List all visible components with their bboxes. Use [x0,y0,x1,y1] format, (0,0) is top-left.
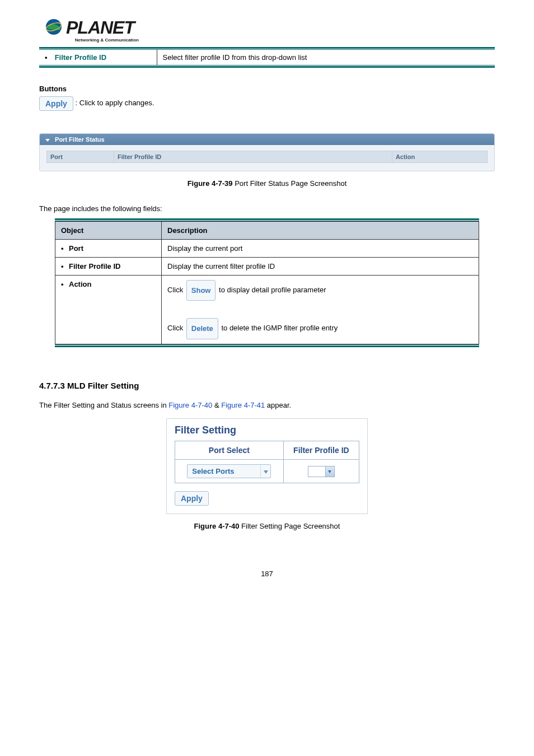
select-ports-dropdown[interactable]: Select Ports [187,464,271,478]
desc-action: Click Show to display detail profile par… [162,276,479,344]
apply-row: Apply : Click to apply changes. [39,96,495,111]
th-filter-profile-id: Filter Profile ID [283,441,359,459]
obj-filter: Filter Profile ID [69,262,120,270]
param-table: • Filter Profile ID Select filter profil… [39,50,495,65]
filter-setting-title: Filter Setting [175,424,359,436]
link-fig40[interactable]: Figure 4-7-40 [168,401,212,409]
chevron-down-icon [45,139,50,142]
chevron-down-icon [260,465,270,478]
th-description: Description [162,222,479,240]
col-filter: Filter Profile ID [114,151,392,163]
fields-intro: The page includes the following fields: [39,204,495,213]
divider [55,344,479,347]
filter-setting-box: Filter Setting Port Select Filter Profil… [166,418,368,514]
desc-port: Display the current port [162,240,479,258]
subsection-heading: 4.7.7.3 MLD Filter Setting [39,381,495,390]
subsection-text: The Filter Setting and Status screens in… [39,400,495,410]
col-port: Port [47,151,114,163]
filter-setting-table: Port Select Filter Profile ID Select Por… [175,441,359,483]
figure-label: Figure 4-7-39 [188,179,233,188]
figure-caption-40: Figure 4-7-40 Filter Setting Page Screen… [39,522,495,530]
brand-tagline: Networking & Communication [39,38,139,43]
link-fig41[interactable]: Figure 4-7-41 [221,401,265,409]
brand-logo: PLANET Networking & Communication [39,17,495,43]
apply-desc: : Click to apply changes. [76,99,154,107]
param-desc: Select filter profile ID from this drop-… [157,50,495,65]
panel-title: Port Filter Status [55,136,105,143]
filter-profile-id-dropdown[interactable] [308,466,335,477]
brand-name: PLANET [66,17,134,38]
col-action: Action [392,151,488,163]
panel-header[interactable]: Port Filter Status [40,134,494,145]
th-port-select: Port Select [175,441,284,459]
apply-button[interactable]: Apply [175,491,209,506]
apply-button[interactable]: Apply [39,96,73,111]
obj-action: Action [69,280,91,288]
port-filter-status-panel: Port Filter Status Port Filter Profile I… [39,133,495,171]
delete-button[interactable]: Delete [186,318,218,339]
select-ports-label: Select Ports [188,465,260,478]
divider [39,65,495,68]
page-number: 187 [39,570,495,578]
buttons-heading: Buttons [39,85,495,93]
fields-table: Object Description •Port Display the cur… [55,221,479,344]
figure-caption-39: Figure 4-7-39 Port Filter Status Page Sc… [39,179,495,188]
desc-filter: Display the current filter profile ID [162,258,479,276]
show-button[interactable]: Show [186,280,216,301]
param-object: Filter Profile ID [55,53,106,62]
chevron-down-icon [325,466,334,477]
th-object: Object [55,222,162,240]
globe-icon [44,17,64,39]
figure-label: Figure 4-7-40 [194,522,240,530]
obj-port: Port [69,244,83,253]
status-table: Port Filter Profile ID Action [46,151,488,163]
